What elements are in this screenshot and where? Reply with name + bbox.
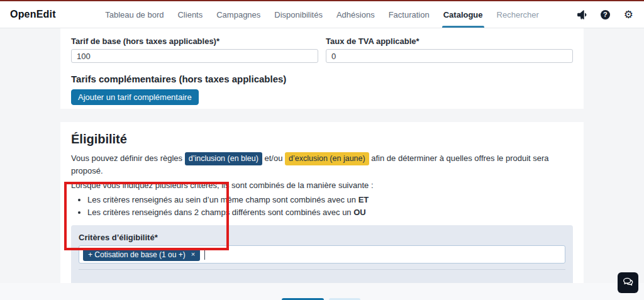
chat-bubbles-icon [621, 274, 636, 292]
nav-tableau-de-bord[interactable]: Tableau de bord [105, 1, 164, 28]
text-cursor [204, 250, 205, 260]
footer-strip [0, 283, 644, 300]
inclusion-badge: d’inclusion (en bleu) [185, 152, 262, 165]
tva-input[interactable] [326, 49, 573, 63]
tarif-base-input[interactable] [71, 49, 318, 63]
nav-campagnes[interactable]: Campagnes [216, 1, 260, 28]
rule-ou: Les critères renseignés dans 2 champs di… [87, 206, 573, 219]
criteria-chip: + Cotisation de base (1 ou +) × [83, 248, 200, 261]
combine-intro: Lorsque vous indiquez plusieurs critères… [71, 180, 573, 192]
nav-disponibilites[interactable]: Disponibilités [274, 1, 323, 28]
app-header: OpenEdit Tableau de bord Clients Campagn… [0, 1, 644, 28]
tarif-card: Tarif de base (hors taxes applicables)* … [60, 28, 584, 109]
tarifs-complementaires-title: Tarifs complémentaires (hors taxes appli… [71, 74, 573, 84]
nav-adhesions[interactable]: Adhésions [336, 1, 375, 28]
nav-rechercher[interactable]: Rechercher [497, 1, 539, 28]
nav-catalogue-active[interactable]: Catalogue [443, 1, 483, 28]
criteria-label: Critères d’éligibilité* [79, 233, 565, 242]
app-logo: OpenEdit [10, 9, 105, 20]
main-nav: Tableau de bord Clients Campagnes Dispon… [105, 1, 539, 28]
eligibility-card: Éligibilité Vous pouvez définir des règl… [60, 122, 584, 300]
nav-clients[interactable]: Clients [177, 1, 203, 28]
megaphone-icon[interactable] [577, 9, 587, 20]
rule-ou-operator: OU [353, 208, 366, 217]
help-icon[interactable]: ? [600, 9, 611, 20]
chat-widget-button[interactable] [618, 272, 638, 293]
content-column: Tarif de base (hors taxes applicables)* … [60, 28, 584, 300]
section-gap [60, 109, 584, 122]
intro-middle: et/ou [265, 153, 283, 163]
tarif-base-label: Tarif de base (hors taxes applicables)* [71, 36, 318, 46]
header-icons: ? ⚙ [539, 9, 634, 20]
panel-divider [79, 269, 565, 270]
criteria-chip-label: + Cotisation de base (1 ou +) [88, 250, 186, 259]
tva-label: Taux de TVA applicable* [326, 36, 573, 46]
criteria-tag-input[interactable]: + Cotisation de base (1 ou +) × [79, 245, 565, 264]
rule-et: Les critères renseignés au sein d’un mêm… [87, 194, 573, 206]
eligibility-title: Éligibilité [71, 132, 573, 147]
help-question-glyph: ? [601, 10, 610, 19]
chip-remove-icon[interactable]: × [191, 251, 195, 258]
nav-facturation[interactable]: Facturation [389, 1, 430, 28]
combine-rules-list: Les critères renseignés au sein d’un mêm… [87, 194, 573, 219]
eligibility-intro: Vous pouvez définir des règles d’inclusi… [71, 152, 573, 177]
tarif-base-field-group: Tarif de base (hors taxes applicables)* [71, 36, 318, 63]
page-body: Tarif de base (hors taxes applicables)* … [0, 28, 644, 300]
add-tarif-complementaire-button[interactable]: Ajouter un tarif complémentaire [71, 89, 199, 105]
intro-prefix: Vous pouvez définir des règles [71, 153, 182, 163]
exclusion-badge: d’exclusion (en jaune) [285, 152, 369, 165]
tva-field-group: Taux de TVA applicable* [326, 36, 573, 63]
settings-gear-icon[interactable]: ⚙ [623, 9, 634, 20]
rule-et-operator: ET [358, 195, 369, 204]
